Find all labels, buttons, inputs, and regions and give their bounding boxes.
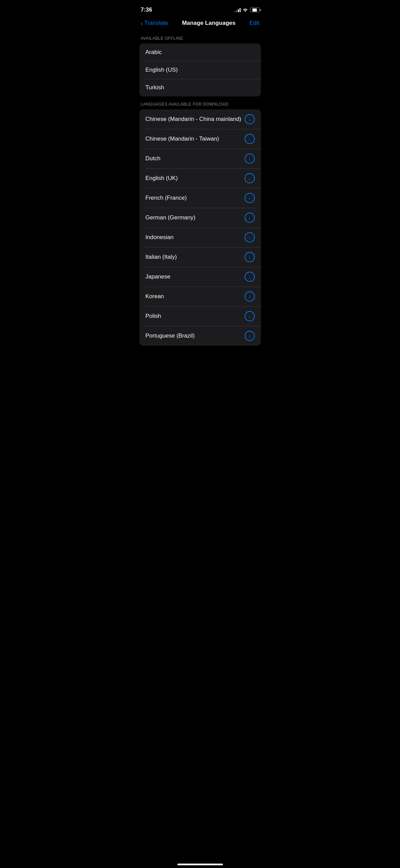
- download-button[interactable]: ↓: [245, 173, 255, 183]
- download-list: Chinese (Mandarin - China mainland) ↓ Ch…: [139, 109, 261, 346]
- list-item: Portuguese (Brazil) ↓: [139, 326, 261, 346]
- language-label: Portuguese (Brazil): [146, 332, 195, 339]
- language-label: Chinese (Mandarin - Taiwan): [146, 135, 219, 142]
- download-button[interactable]: ↓: [245, 311, 255, 321]
- download-button[interactable]: ↓: [245, 331, 255, 341]
- wifi-icon: [243, 8, 248, 12]
- language-label: English (US): [146, 67, 178, 73]
- offline-list: Arabic English (US) Turkish: [139, 43, 261, 96]
- download-icon: ↓: [248, 156, 251, 161]
- download-icon: ↓: [248, 255, 251, 259]
- list-item: German (Germany) ↓: [139, 208, 261, 228]
- list-item: Chinese (Mandarin - Taiwan) ↓: [139, 129, 261, 149]
- download-button[interactable]: ↓: [245, 114, 255, 124]
- language-label: Polish: [146, 313, 161, 320]
- download-icon: ↓: [248, 196, 251, 200]
- language-label: Indonesian: [146, 234, 174, 241]
- download-button[interactable]: ↓: [245, 153, 255, 164]
- download-button[interactable]: ↓: [245, 232, 255, 242]
- language-label: Dutch: [146, 155, 160, 162]
- language-label: Italian (Italy): [146, 254, 177, 260]
- download-button[interactable]: ↓: [245, 291, 255, 302]
- list-item: English (UK) ↓: [139, 168, 261, 188]
- download-button[interactable]: ↓: [245, 252, 255, 262]
- list-item: Korean ↓: [139, 287, 261, 306]
- status-bar: 7:36 59: [134, 0, 266, 17]
- download-button[interactable]: ↓: [245, 193, 255, 203]
- download-icon: ↓: [248, 215, 251, 220]
- status-time: 7:36: [141, 6, 152, 13]
- language-label: Chinese (Mandarin - China mainland): [146, 116, 242, 123]
- download-icon: ↓: [248, 117, 251, 122]
- language-label: French (France): [146, 195, 187, 201]
- section-header-download: LANGUAGES AVAILABLE FOR DOWNLOAD: [134, 96, 266, 109]
- list-item: Italian (Italy) ↓: [139, 247, 261, 267]
- language-label: Japanese: [146, 273, 171, 280]
- list-item: Polish ↓: [139, 306, 261, 326]
- list-item: Japanese ↓: [139, 267, 261, 287]
- language-label: Arabic: [146, 49, 162, 56]
- list-item: French (France) ↓: [139, 188, 261, 208]
- download-icon: ↓: [248, 235, 251, 240]
- list-item: Arabic: [139, 43, 261, 61]
- page-title: Manage Languages: [182, 20, 235, 26]
- download-icon: ↓: [248, 333, 251, 338]
- edit-button[interactable]: Edit: [249, 20, 259, 26]
- download-icon: ↓: [248, 176, 251, 181]
- list-item: English (US): [139, 61, 261, 79]
- list-item: Indonesian ↓: [139, 228, 261, 247]
- list-item: Chinese (Mandarin - China mainland) ↓: [139, 109, 261, 129]
- download-button[interactable]: ↓: [245, 213, 255, 223]
- status-icons: 59: [234, 7, 260, 12]
- download-icon: ↓: [248, 314, 251, 319]
- list-item: Dutch ↓: [139, 149, 261, 168]
- back-button[interactable]: ‹ Translate: [141, 20, 168, 26]
- language-label: German (Germany): [146, 214, 195, 221]
- nav-bar: ‹ Translate Manage Languages Edit: [134, 17, 266, 31]
- download-icon: ↓: [248, 137, 251, 141]
- battery-icon: 59: [250, 7, 260, 12]
- signal-icon: [234, 7, 241, 12]
- language-label: Turkish: [146, 84, 164, 91]
- language-label: Korean: [146, 293, 164, 300]
- language-label: English (UK): [146, 175, 178, 182]
- download-button[interactable]: ↓: [245, 134, 255, 144]
- download-icon: ↓: [248, 294, 251, 299]
- back-chevron-icon: ‹: [141, 20, 143, 26]
- download-button[interactable]: ↓: [245, 272, 255, 282]
- section-header-offline: AVAILABLE OFFLINE: [134, 31, 266, 43]
- list-item: Turkish: [139, 79, 261, 96]
- download-icon: ↓: [248, 274, 251, 279]
- back-label: Translate: [144, 20, 168, 26]
